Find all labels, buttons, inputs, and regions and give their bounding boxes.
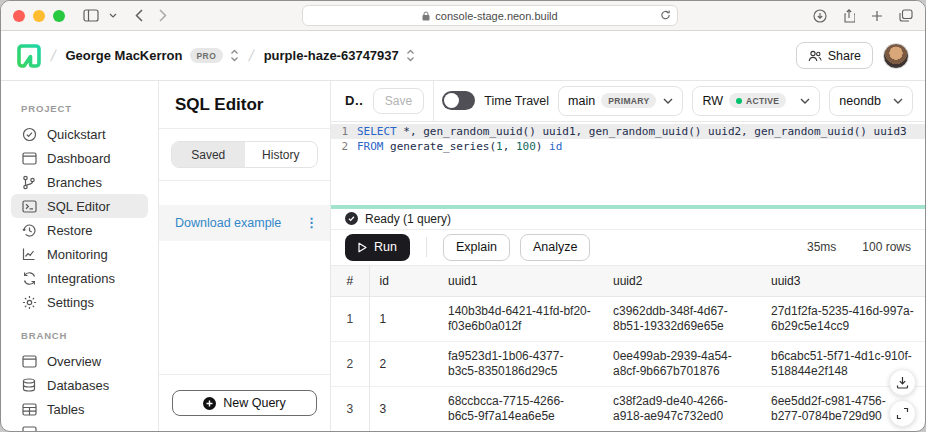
- expand-results-button[interactable]: [889, 400, 916, 427]
- tab-overview-icon[interactable]: [899, 9, 913, 22]
- neon-logo[interactable]: [17, 44, 41, 68]
- sidebar-item-dashboard[interactable]: Dashboard: [11, 146, 148, 170]
- sql-editor-icon: [21, 200, 37, 213]
- column-header[interactable]: uuid1: [438, 266, 603, 297]
- download-results-button[interactable]: [889, 369, 916, 396]
- share-button[interactable]: Share: [796, 42, 873, 69]
- uuid3-cell: 27d1f2fa-5235-416d-997a-6b29c5e14cc9: [761, 297, 925, 342]
- partial-icon: [21, 426, 37, 432]
- queries-panel: SQL Editor Saved History Download exampl…: [158, 81, 331, 432]
- code-line: 2 FROM generate_series(1, 100) id: [331, 139, 925, 154]
- sidebar-item-quickstart[interactable]: Quickstart: [11, 122, 148, 146]
- uuid2-cell: c3962ddb-348f-4d67-8b51-19332d69e65e: [603, 297, 761, 342]
- chevron-down-icon[interactable]: [109, 13, 117, 18]
- status-bar: Ready (1 query): [331, 209, 925, 230]
- forward-icon[interactable]: [159, 9, 167, 22]
- column-header[interactable]: uuid2: [603, 266, 761, 297]
- sidebar-toggle-icon[interactable]: [83, 9, 99, 22]
- sidebar-item-label: SQL Editor: [47, 199, 110, 214]
- time-travel-toggle[interactable]: [442, 91, 475, 110]
- database-select[interactable]: neondb: [829, 86, 913, 116]
- org-breadcrumb[interactable]: George MacKerron PRO: [65, 48, 239, 63]
- uuid2-cell: 0ee499ab-2939-4a54-a8cf-9b667b701876: [603, 342, 761, 387]
- explain-button[interactable]: Explain: [443, 234, 510, 261]
- line-number: 2: [331, 139, 357, 154]
- avatar[interactable]: [883, 43, 909, 69]
- sidebar-item-sql-editor[interactable]: SQL Editor: [11, 194, 148, 218]
- address-bar[interactable]: console-stage.neon.build: [302, 5, 678, 26]
- column-header[interactable]: #: [331, 266, 369, 297]
- sidebar-item-settings[interactable]: Settings: [11, 290, 148, 314]
- project-breadcrumb[interactable]: purple-haze-63747937: [264, 48, 415, 63]
- branch-select[interactable]: main PRIMARY: [558, 86, 683, 116]
- sidebar-item-branches[interactable]: Branches: [11, 170, 148, 194]
- row-number-cell: 1: [331, 297, 369, 342]
- new-tab-icon[interactable]: [871, 10, 883, 22]
- share-label: Share: [828, 49, 861, 63]
- analyze-button[interactable]: Analyze: [520, 234, 590, 261]
- org-name: George MacKerron: [65, 48, 182, 63]
- new-query-button[interactable]: New Query: [172, 390, 317, 416]
- column-header[interactable]: id: [369, 266, 438, 297]
- app-header: / George MacKerron PRO / purple-haze-637…: [1, 31, 925, 81]
- uuid1-cell: 140b3b4d-6421-41fd-bf20-f03e6b0a012f: [438, 297, 603, 342]
- sidebar-item-label: Quickstart: [47, 127, 106, 142]
- sidebar-item-label: Databases: [47, 378, 109, 393]
- uuid1-cell: 68ccbcca-7715-4266-b6c5-9f7a14ea6e5e: [438, 387, 603, 432]
- id-cell: 3: [369, 387, 438, 432]
- minimize-window-icon[interactable]: [33, 10, 45, 22]
- compute-select-value: RW: [702, 94, 723, 108]
- sidebar-item-databases[interactable]: Databases: [11, 373, 148, 397]
- project-section-label: PROJECT: [1, 103, 158, 122]
- saved-query-name: Download example: [175, 216, 281, 230]
- table-icon: [21, 403, 37, 416]
- saved-query-item[interactable]: Download example ⋮: [159, 205, 330, 241]
- org-selector-icon[interactable]: [230, 49, 239, 62]
- compute-select[interactable]: RW ACTIVE: [692, 86, 820, 116]
- reload-icon[interactable]: [660, 9, 671, 21]
- run-button[interactable]: Run: [345, 234, 410, 261]
- save-button[interactable]: Save: [373, 88, 424, 114]
- share-page-icon[interactable]: [843, 9, 855, 23]
- sidebar: PROJECT Quickstart Dashboard Branches SQ…: [1, 81, 158, 432]
- tab-saved[interactable]: Saved: [172, 142, 245, 167]
- chevron-down-icon: [893, 98, 903, 104]
- close-window-icon[interactable]: [13, 10, 25, 22]
- sidebar-item-overview[interactable]: Overview: [11, 349, 148, 373]
- branch-select-value: main: [568, 94, 595, 108]
- table-row[interactable]: 2 2 fa9523d1-1b06-4377-b3c5-8350186d29c5…: [331, 342, 925, 387]
- column-header[interactable]: uuid3: [761, 266, 925, 297]
- play-icon: [358, 242, 367, 253]
- sql-editor-pane: Download exam... Save Time Travel main P…: [331, 81, 925, 432]
- id-cell: 1: [369, 297, 438, 342]
- downloads-icon[interactable]: [813, 9, 827, 23]
- tab-history[interactable]: History: [245, 142, 318, 167]
- sidebar-item-restore[interactable]: Restore: [11, 218, 148, 242]
- back-icon[interactable]: [135, 9, 143, 22]
- code-line: 1 SELECT *, gen_random_uuid() uuid1, gen…: [331, 124, 925, 139]
- row-count: 100 rows: [862, 240, 911, 254]
- sidebar-item-integrations[interactable]: Integrations: [11, 266, 148, 290]
- browser-window: console-stage.neon.build: [0, 0, 926, 432]
- sidebar-item-label: Branches: [47, 175, 102, 190]
- sidebar-item-label: Restore: [47, 223, 93, 238]
- table-row[interactable]: 3 3 68ccbcca-7715-4266-b6c5-9f7a14ea6e5e…: [331, 387, 925, 432]
- table-row[interactable]: 1 1 140b3b4d-6421-41fd-bf20-f03e6b0a012f…: [331, 297, 925, 342]
- saved-history-tabs: Saved History: [171, 141, 318, 168]
- browser-chrome: console-stage.neon.build: [1, 1, 925, 31]
- run-label: Run: [374, 240, 397, 254]
- sidebar-item-partial[interactable]: [11, 421, 148, 432]
- id-cell: 2: [369, 342, 438, 387]
- active-badge: ACTIVE: [729, 93, 786, 108]
- divider: [426, 237, 427, 257]
- page-title: SQL Editor: [159, 81, 330, 129]
- sidebar-item-label: Dashboard: [47, 151, 111, 166]
- sidebar-item-tables[interactable]: Tables: [11, 397, 148, 421]
- chevron-down-icon: [663, 98, 673, 104]
- project-selector-icon[interactable]: [406, 49, 415, 62]
- code-editor[interactable]: 1 SELECT *, gen_random_uuid() uuid1, gen…: [331, 122, 925, 205]
- window-icon: [21, 355, 37, 368]
- kebab-menu-icon[interactable]: ⋮: [305, 220, 318, 226]
- sidebar-item-monitoring[interactable]: Monitoring: [11, 242, 148, 266]
- maximize-window-icon[interactable]: [53, 10, 65, 22]
